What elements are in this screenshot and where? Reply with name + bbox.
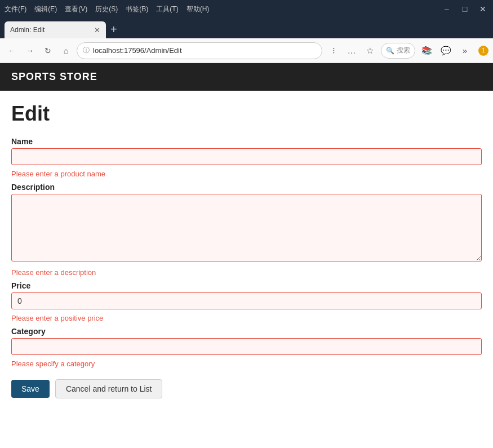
site-title: SPORTS STORE	[11, 71, 97, 82]
url-text: localhost:17596/Admin/Edit	[93, 46, 316, 55]
page-wrapper: SPORTS STORE Edit Name Please enter a pr…	[0, 63, 493, 448]
page-content: Edit Name Please enter a product name De…	[0, 91, 493, 415]
category-error: Please specify a category	[11, 360, 482, 368]
search-icon: 🔍	[386, 47, 394, 55]
toolbar-icons: ⁝ … ☆	[326, 43, 377, 59]
cancel-button[interactable]: Cancel and return to List	[55, 379, 163, 398]
price-error: Please enter a positive price	[11, 314, 482, 322]
back-button[interactable]: ←	[5, 43, 19, 58]
tab-title: Admin: Edit	[10, 26, 45, 34]
search-placeholder: 搜索	[397, 46, 410, 55]
active-tab[interactable]: Admin: Edit ✕	[5, 21, 106, 38]
forward-button[interactable]: →	[23, 43, 37, 58]
category-group: Category	[11, 327, 482, 355]
new-tab-button[interactable]: +	[106, 23, 122, 38]
menu-edit[interactable]: 编辑(E)	[34, 5, 57, 14]
maximize-button[interactable]: □	[459, 5, 470, 14]
price-label: Price	[11, 281, 482, 290]
name-input[interactable]	[11, 148, 482, 165]
description-error: Please enter a description	[11, 268, 482, 277]
notification-badge: 1	[478, 46, 488, 56]
page-title: Edit	[11, 102, 482, 126]
name-group: Name	[11, 137, 482, 165]
menu-view[interactable]: 查看(V)	[65, 5, 87, 14]
more-icon[interactable]: …	[344, 43, 359, 59]
tabbar: Admin: Edit ✕ +	[0, 18, 493, 38]
chat-icon[interactable]: 💬	[438, 43, 454, 59]
home-button[interactable]: ⌂	[59, 43, 73, 58]
search-box[interactable]: 🔍 搜索	[381, 43, 415, 59]
security-icon: ⓘ	[83, 46, 90, 55]
description-input[interactable]	[11, 194, 482, 261]
extensions-icon[interactable]: »	[457, 43, 473, 59]
star-icon[interactable]: ☆	[362, 43, 377, 59]
save-button[interactable]: Save	[11, 380, 50, 398]
form-actions: Save Cancel and return to List	[11, 379, 482, 398]
menu-bar: 文件(F) 编辑(E) 查看(V) 历史(S) 书签(B) 工具(T) 帮助(H…	[5, 5, 209, 14]
menu-bookmarks[interactable]: 书签(B)	[126, 5, 148, 14]
description-group: Description	[11, 183, 482, 264]
titlebar: 文件(F) 编辑(E) 查看(V) 历史(S) 书签(B) 工具(T) 帮助(H…	[0, 0, 493, 18]
name-label: Name	[11, 137, 482, 146]
window-controls: – □ ✕	[441, 5, 488, 14]
minimize-button[interactable]: –	[441, 5, 452, 14]
menu-history[interactable]: 历史(S)	[95, 5, 118, 14]
menu-file[interactable]: 文件(F)	[5, 5, 26, 14]
menu-tools[interactable]: 工具(T)	[156, 5, 178, 14]
addressbar: ← → ↻ ⌂ ⓘ localhost:17596/Admin/Edit ⁝ ……	[0, 38, 493, 63]
close-button[interactable]: ✕	[477, 5, 488, 14]
price-group: Price	[11, 281, 482, 309]
tab-close-button[interactable]: ✕	[94, 26, 100, 34]
grid-icon[interactable]: ⁝	[326, 43, 341, 59]
price-input[interactable]	[11, 292, 482, 309]
site-header: SPORTS STORE	[0, 63, 493, 91]
library-icon[interactable]: 📚	[419, 43, 434, 59]
address-box[interactable]: ⓘ localhost:17596/Admin/Edit	[77, 42, 322, 59]
menu-help[interactable]: 帮助(H)	[186, 5, 210, 14]
description-label: Description	[11, 183, 482, 192]
category-label: Category	[11, 327, 482, 336]
reload-button[interactable]: ↻	[41, 43, 55, 58]
name-error: Please enter a product name	[11, 170, 482, 178]
category-input[interactable]	[11, 338, 482, 355]
